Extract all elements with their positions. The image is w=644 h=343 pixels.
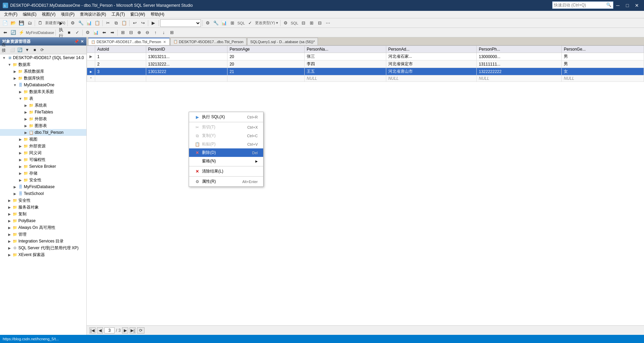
btn6[interactable]: 📋 [94, 19, 101, 27]
tree-item-db-diagram[interactable]: ▶ 📁 数据库关系图 [0, 88, 86, 95]
cell-personphone-2[interactable]: 13111111... [477, 60, 562, 68]
col-autoid[interactable]: AutoId [95, 46, 146, 53]
maximize-button[interactable]: □ [623, 2, 632, 9]
oe-close-btn[interactable]: ✕ [80, 39, 84, 44]
btn18[interactable]: ⊞ [308, 19, 315, 27]
tree-item-polybase[interactable]: ▶ 📁 PolyBase [0, 217, 86, 224]
cell-personname-new[interactable]: NULL [305, 75, 386, 82]
tree-item-file-tables[interactable]: ▶ 📁 FileTables [0, 109, 86, 115]
cell-personname-3[interactable]: 王五 [305, 68, 386, 75]
cell-persongender-new[interactable]: NULL [562, 75, 644, 82]
cell-personid-1[interactable]: 13013211... [146, 53, 227, 60]
tree-item-service-broker[interactable]: ▶ 📁 Service Broker [0, 163, 86, 170]
oe-refresh-btn[interactable]: 🔄 [16, 47, 23, 53]
tb2-btn1[interactable]: ⬅ [1, 29, 9, 36]
tree-item-myfirstdb[interactable]: ▶ 🗄 MyFirstDatabase [0, 183, 86, 190]
btn17[interactable]: ⊟ [300, 19, 307, 27]
tree-item-db-snapshot[interactable]: ▶ 📁 数据库快照 [0, 75, 86, 82]
menu-query-designer[interactable]: 查询设计器(R) [77, 11, 109, 18]
tab-1[interactable]: 📋 DESKTOP-45OD817...dbo.Tbl_Person [170, 38, 247, 45]
minimize-button[interactable]: ─ [613, 2, 622, 9]
redo-btn[interactable]: ↪ [139, 19, 147, 27]
menu-tools[interactable]: 工具(T) [109, 11, 128, 18]
tab-2[interactable]: SQLQuery1.sql - D...atabase (sa (56))* [247, 38, 318, 45]
oe-disconnect-btn[interactable]: ⬜ [9, 47, 16, 53]
cell-autoid-2[interactable]: 2 [95, 60, 146, 68]
tree-item-programmability[interactable]: ▶ 📁 可编程性 [0, 156, 86, 163]
quick-launch-input[interactable] [552, 1, 613, 9]
btn7[interactable]: ✂ [104, 19, 112, 27]
tree-item-sys-db[interactable]: ▶ 📁 系统数据库 [0, 68, 86, 75]
cell-autoid-new[interactable] [95, 75, 146, 82]
cell-personage-3[interactable]: 21 [227, 68, 305, 75]
new-query-2-btn[interactable]: 🗒 [36, 19, 44, 27]
page-last-btn[interactable]: ▶| [130, 327, 136, 333]
save-all-btn[interactable]: 🗂 [26, 19, 33, 27]
tree-item-mydb[interactable]: ▼ 🗄 MyDatabaseOne [0, 82, 86, 88]
btn9[interactable]: 📋 [120, 19, 128, 27]
tree-item-integration[interactable]: ▶ 📁 Integration Services 目录 [0, 238, 86, 245]
menu-window[interactable]: 窗口(W) [128, 11, 148, 18]
tree-item-xevent[interactable]: ▶ 📁 XEvent 探索器 [0, 251, 86, 258]
connection-dropdown[interactable] [160, 19, 201, 27]
tab-0-close[interactable]: ✕ [163, 40, 167, 44]
tree-item-tbl-person[interactable]: ▶ 📋 dbo.Tbl_Person [0, 129, 86, 136]
page-next-btn[interactable]: ▶ [122, 327, 128, 333]
btn20[interactable]: ⋯ [324, 19, 332, 27]
tb2-btn6[interactable]: ⬅ [100, 29, 108, 36]
tree-item-db-security[interactable]: ▶ 📁 安全性 [0, 177, 86, 183]
col-personphone[interactable]: PersonPh... [477, 46, 562, 53]
oe-stop-btn[interactable]: ■ [31, 47, 38, 53]
tb2-btn10[interactable]: ⊕ [135, 29, 143, 36]
btn15[interactable]: ✓ [246, 19, 254, 27]
tree-item-sql-agent[interactable]: ▶ ⚙ SQL Server 代理(已禁用代理 XP) [0, 245, 86, 251]
tb2-btn12[interactable]: ↑ [152, 29, 159, 36]
tree-item-databases[interactable]: ▼ 📁 数据库 [0, 61, 86, 68]
col-personage[interactable]: PersonAge [227, 46, 305, 53]
table-row[interactable]: 2 13213222... 20 李四 河北省保定市 13111111... 男 [87, 60, 644, 68]
tree-item-replication[interactable]: ▶ 📁 复制 [0, 211, 86, 217]
btn11[interactable]: ⚙ [204, 19, 211, 27]
tb2-btn4[interactable]: ⚙ [84, 29, 91, 36]
btn13[interactable]: 📊 [220, 19, 228, 27]
menu-view[interactable]: 视图(V) [39, 11, 58, 18]
tree-item-security[interactable]: ▶ 📁 安全性 [0, 197, 86, 204]
cell-personaddr-3[interactable]: 河北省唐山市 [386, 68, 477, 75]
close-button[interactable]: ✕ [632, 2, 641, 9]
cell-personaddr-1[interactable]: 河北省石家... [386, 53, 477, 60]
cell-personphone-1[interactable]: 13000000... [477, 53, 562, 60]
page-current-input[interactable] [104, 327, 115, 333]
cell-personaddr-2[interactable]: 河北省保定市 [386, 60, 477, 68]
tree-item-testschool[interactable]: ▶ 🗄 TestSchool [0, 190, 86, 197]
page-refresh-btn[interactable]: ⟳ [137, 327, 145, 333]
ctx-execute-sql[interactable]: ▶ 执行 SQL(X) Ctrl+R [189, 113, 263, 121]
tree-item-server-objects[interactable]: ▶ 📁 服务器对象 [0, 204, 86, 211]
ctx-paste[interactable]: 📋 粘贴(P) Ctrl+V [189, 140, 263, 148]
tb2-btn13[interactable]: ↓ [160, 29, 167, 36]
menu-project[interactable]: 项目(P) [58, 11, 77, 18]
page-prev-btn[interactable]: ◀ [97, 327, 103, 333]
btn8[interactable]: ⧉ [112, 19, 120, 27]
open-btn[interactable]: 📂 [10, 19, 17, 27]
cell-personid-3[interactable]: 13013222 [146, 68, 227, 75]
tree-item-ext-table[interactable]: ▶ 📁 外部表 [0, 115, 86, 122]
btn10[interactable]: ▶ [150, 19, 157, 27]
cell-personaddr-new[interactable]: NULL [386, 75, 477, 82]
btn14[interactable]: ⊞ [228, 19, 236, 27]
table-row-selected[interactable]: ► 3 13013222 21 王五 河北省唐山市 1322222222 女 [87, 68, 644, 75]
cell-personname-2[interactable]: 李四 [305, 60, 386, 68]
btn19[interactable]: ⊟ [316, 19, 323, 27]
execute-btn[interactable]: ▶ 执行(X) [57, 29, 65, 36]
stop-btn[interactable]: ■ [65, 29, 73, 36]
cell-autoid-3[interactable]: 3 [95, 68, 146, 75]
ctx-properties[interactable]: ⚙ 属性(R) Alt+Enter [189, 177, 263, 186]
tab-0[interactable]: 📋 DESKTOP-45OD817...dbo.Tbl_Person ✕ [88, 38, 170, 45]
ctx-clear[interactable]: ✕ 清除结果(L) [189, 167, 263, 176]
oe-sync-btn[interactable]: ⟳ [39, 47, 46, 53]
cell-persongender-2[interactable]: 男 [562, 60, 644, 68]
menu-help[interactable]: 帮助(H) [148, 11, 167, 18]
tree-item-tables[interactable]: ▼ 📁 表 [0, 95, 86, 102]
btn4[interactable]: 🔧 [77, 19, 85, 27]
cell-autoid-1[interactable]: 1 [95, 53, 146, 60]
save-btn[interactable]: 💾 [18, 19, 25, 27]
